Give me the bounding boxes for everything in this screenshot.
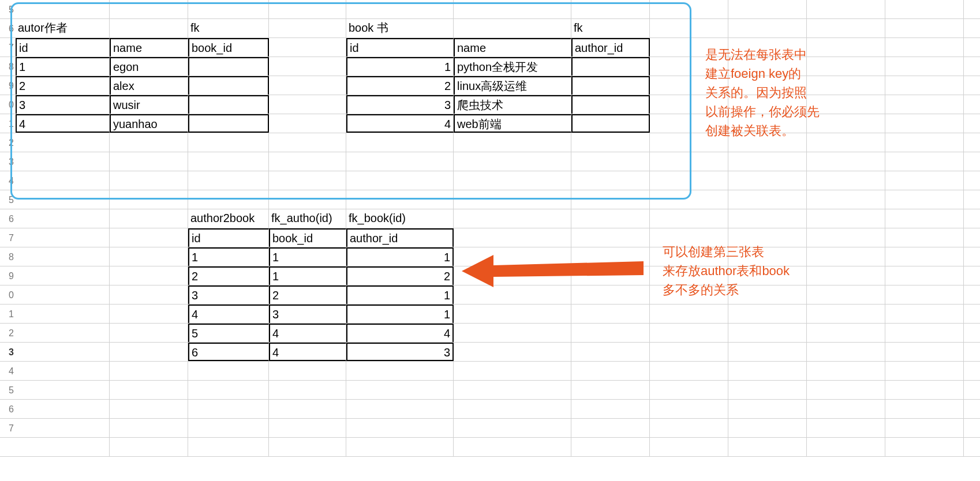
link-fk1-label[interactable]: fk_autho(id) (269, 209, 346, 228)
cell[interactable] (964, 438, 980, 456)
cell[interactable] (110, 152, 188, 171)
cell[interactable] (964, 0, 980, 18)
cell[interactable] (964, 171, 980, 190)
cell[interactable] (16, 0, 110, 18)
cell[interactable] (728, 209, 807, 228)
cell[interactable] (728, 381, 807, 399)
cell[interactable] (16, 419, 110, 437)
cell[interactable] (188, 438, 269, 456)
cell[interactable] (110, 362, 188, 380)
cell[interactable] (110, 324, 188, 342)
cell[interactable] (269, 400, 346, 418)
cell[interactable] (650, 209, 728, 228)
cell[interactable] (269, 381, 346, 399)
cell[interactable] (269, 419, 346, 437)
cell[interactable] (346, 133, 454, 152)
cell[interactable] (110, 247, 188, 266)
cell[interactable] (964, 266, 980, 285)
cell[interactable] (110, 209, 188, 228)
cell[interactable] (110, 133, 188, 152)
cell[interactable] (346, 190, 454, 209)
cell[interactable] (110, 438, 188, 456)
cell[interactable] (571, 152, 650, 171)
cell[interactable] (650, 305, 728, 323)
cell[interactable] (728, 400, 807, 418)
cell[interactable] (650, 0, 728, 18)
cell[interactable] (571, 247, 650, 266)
cell[interactable] (454, 438, 571, 456)
cell[interactable] (964, 228, 980, 247)
cell[interactable] (885, 266, 964, 285)
link-cell[interactable]: 2 (269, 285, 346, 304)
cell[interactable] (571, 285, 650, 304)
cell[interactable] (188, 171, 269, 190)
cell[interactable] (650, 381, 728, 399)
book-header-id[interactable]: id (346, 38, 454, 57)
cell[interactable] (571, 190, 650, 209)
cell[interactable] (807, 266, 885, 285)
cell[interactable] (885, 133, 964, 152)
cell[interactable] (571, 438, 650, 456)
link-fk2-label[interactable]: fk_book(id) (346, 209, 454, 228)
cell[interactable] (728, 343, 807, 361)
cell[interactable] (571, 381, 650, 399)
cell[interactable] (885, 38, 964, 57)
cell[interactable] (188, 152, 269, 171)
cell[interactable] (269, 171, 346, 190)
cell[interactable] (16, 362, 110, 380)
author-cell[interactable] (188, 76, 269, 95)
cell[interactable] (885, 381, 964, 399)
author-cell[interactable]: alex (110, 76, 188, 95)
cell[interactable] (728, 0, 807, 18)
cell[interactable] (964, 114, 980, 133)
cell[interactable] (885, 114, 964, 133)
cell[interactable] (188, 381, 269, 399)
cell[interactable] (964, 324, 980, 342)
cell[interactable] (346, 400, 454, 418)
cell[interactable] (269, 438, 346, 456)
cell[interactable] (454, 171, 571, 190)
book-cell[interactable] (571, 114, 650, 133)
cell[interactable] (571, 266, 650, 285)
cell[interactable] (964, 190, 980, 209)
cell[interactable] (885, 247, 964, 266)
cell[interactable] (807, 152, 885, 171)
cell[interactable] (454, 209, 571, 228)
book-cell[interactable]: linux高级运维 (454, 76, 571, 95)
cell[interactable] (454, 419, 571, 437)
cell[interactable] (110, 400, 188, 418)
cell[interactable] (110, 285, 188, 304)
cell[interactable] (885, 76, 964, 95)
cell[interactable] (346, 171, 454, 190)
cell[interactable] (650, 171, 728, 190)
cell[interactable] (964, 400, 980, 418)
cell[interactable] (16, 305, 110, 323)
cell[interactable] (964, 76, 980, 95)
cell[interactable] (188, 133, 269, 152)
cell[interactable] (885, 324, 964, 342)
cell[interactable] (110, 419, 188, 437)
cell[interactable] (269, 152, 346, 171)
cell[interactable] (110, 228, 188, 247)
author-cell[interactable] (188, 57, 269, 76)
cell[interactable] (454, 133, 571, 152)
link-cell[interactable]: 1 (346, 305, 454, 323)
cell[interactable] (571, 0, 650, 18)
cell[interactable] (650, 419, 728, 437)
cell[interactable] (807, 400, 885, 418)
book-cell[interactable]: 2 (346, 76, 454, 95)
cell[interactable] (728, 362, 807, 380)
cell[interactable] (964, 133, 980, 152)
link-header-id[interactable]: id (188, 228, 269, 247)
cell[interactable] (571, 305, 650, 323)
cell[interactable] (964, 305, 980, 323)
cell[interactable] (269, 0, 346, 18)
cell[interactable] (807, 171, 885, 190)
cell[interactable] (807, 343, 885, 361)
cell[interactable] (110, 0, 188, 18)
cell[interactable] (807, 381, 885, 399)
cell[interactable] (346, 381, 454, 399)
cell[interactable] (650, 362, 728, 380)
cell[interactable] (571, 343, 650, 361)
cell[interactable] (16, 190, 110, 209)
